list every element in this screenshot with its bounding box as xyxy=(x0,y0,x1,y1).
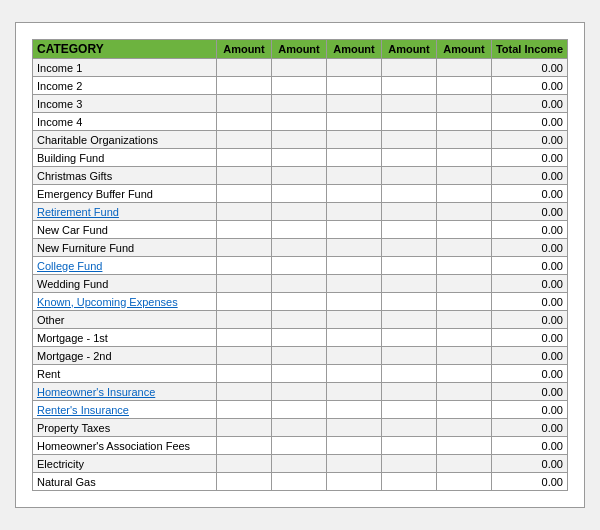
amount-cell-1[interactable] xyxy=(216,437,271,455)
amount-cell-5[interactable] xyxy=(436,401,491,419)
amount-cell-2[interactable] xyxy=(271,275,326,293)
amount-cell-1[interactable] xyxy=(216,473,271,491)
amount-cell-2[interactable] xyxy=(271,311,326,329)
amount-cell-2[interactable] xyxy=(271,167,326,185)
amount-cell-1[interactable] xyxy=(216,455,271,473)
amount-cell-4[interactable] xyxy=(381,419,436,437)
amount-cell-1[interactable] xyxy=(216,329,271,347)
amount-cell-3[interactable] xyxy=(326,95,381,113)
amount-cell-1[interactable] xyxy=(216,293,271,311)
amount-cell-1[interactable] xyxy=(216,149,271,167)
category-cell[interactable]: College Fund xyxy=(33,257,217,275)
amount-cell-4[interactable] xyxy=(381,311,436,329)
amount-cell-4[interactable] xyxy=(381,113,436,131)
amount-cell-3[interactable] xyxy=(326,203,381,221)
amount-cell-5[interactable] xyxy=(436,437,491,455)
amount-cell-1[interactable] xyxy=(216,95,271,113)
amount-cell-3[interactable] xyxy=(326,275,381,293)
amount-cell-3[interactable] xyxy=(326,383,381,401)
amount-cell-4[interactable] xyxy=(381,383,436,401)
amount-cell-5[interactable] xyxy=(436,113,491,131)
amount-cell-4[interactable] xyxy=(381,203,436,221)
amount-cell-1[interactable] xyxy=(216,311,271,329)
amount-cell-2[interactable] xyxy=(271,419,326,437)
amount-cell-5[interactable] xyxy=(436,311,491,329)
amount-cell-5[interactable] xyxy=(436,77,491,95)
amount-cell-3[interactable] xyxy=(326,167,381,185)
amount-cell-3[interactable] xyxy=(326,401,381,419)
amount-cell-1[interactable] xyxy=(216,239,271,257)
amount-cell-4[interactable] xyxy=(381,221,436,239)
amount-cell-4[interactable] xyxy=(381,239,436,257)
amount-cell-1[interactable] xyxy=(216,365,271,383)
category-cell[interactable]: Retirement Fund xyxy=(33,203,217,221)
amount-cell-2[interactable] xyxy=(271,239,326,257)
amount-cell-1[interactable] xyxy=(216,167,271,185)
amount-cell-4[interactable] xyxy=(381,455,436,473)
amount-cell-3[interactable] xyxy=(326,437,381,455)
category-link[interactable]: Renter's Insurance xyxy=(37,404,129,416)
amount-cell-2[interactable] xyxy=(271,131,326,149)
amount-cell-2[interactable] xyxy=(271,59,326,77)
amount-cell-3[interactable] xyxy=(326,59,381,77)
category-link[interactable]: Retirement Fund xyxy=(37,206,119,218)
amount-cell-2[interactable] xyxy=(271,257,326,275)
amount-cell-4[interactable] xyxy=(381,149,436,167)
category-link[interactable]: College Fund xyxy=(37,260,102,272)
amount-cell-1[interactable] xyxy=(216,401,271,419)
amount-cell-2[interactable] xyxy=(271,347,326,365)
amount-cell-3[interactable] xyxy=(326,257,381,275)
amount-cell-4[interactable] xyxy=(381,347,436,365)
amount-cell-3[interactable] xyxy=(326,77,381,95)
amount-cell-2[interactable] xyxy=(271,473,326,491)
amount-cell-1[interactable] xyxy=(216,113,271,131)
amount-cell-2[interactable] xyxy=(271,185,326,203)
amount-cell-4[interactable] xyxy=(381,59,436,77)
amount-cell-5[interactable] xyxy=(436,239,491,257)
amount-cell-1[interactable] xyxy=(216,275,271,293)
amount-cell-3[interactable] xyxy=(326,455,381,473)
amount-cell-1[interactable] xyxy=(216,347,271,365)
amount-cell-5[interactable] xyxy=(436,185,491,203)
amount-cell-5[interactable] xyxy=(436,221,491,239)
amount-cell-4[interactable] xyxy=(381,329,436,347)
amount-cell-4[interactable] xyxy=(381,257,436,275)
amount-cell-2[interactable] xyxy=(271,95,326,113)
amount-cell-2[interactable] xyxy=(271,329,326,347)
amount-cell-2[interactable] xyxy=(271,293,326,311)
amount-cell-2[interactable] xyxy=(271,455,326,473)
amount-cell-4[interactable] xyxy=(381,275,436,293)
amount-cell-5[interactable] xyxy=(436,149,491,167)
amount-cell-4[interactable] xyxy=(381,473,436,491)
amount-cell-5[interactable] xyxy=(436,383,491,401)
amount-cell-3[interactable] xyxy=(326,347,381,365)
amount-cell-5[interactable] xyxy=(436,203,491,221)
amount-cell-5[interactable] xyxy=(436,455,491,473)
amount-cell-1[interactable] xyxy=(216,257,271,275)
amount-cell-1[interactable] xyxy=(216,185,271,203)
amount-cell-2[interactable] xyxy=(271,221,326,239)
amount-cell-5[interactable] xyxy=(436,167,491,185)
category-link[interactable]: Known, Upcoming Expenses xyxy=(37,296,178,308)
amount-cell-2[interactable] xyxy=(271,383,326,401)
amount-cell-5[interactable] xyxy=(436,59,491,77)
amount-cell-3[interactable] xyxy=(326,131,381,149)
amount-cell-3[interactable] xyxy=(326,185,381,203)
amount-cell-1[interactable] xyxy=(216,77,271,95)
amount-cell-4[interactable] xyxy=(381,131,436,149)
amount-cell-3[interactable] xyxy=(326,221,381,239)
amount-cell-5[interactable] xyxy=(436,347,491,365)
amount-cell-4[interactable] xyxy=(381,77,436,95)
amount-cell-2[interactable] xyxy=(271,113,326,131)
amount-cell-3[interactable] xyxy=(326,473,381,491)
amount-cell-5[interactable] xyxy=(436,365,491,383)
amount-cell-3[interactable] xyxy=(326,365,381,383)
amount-cell-1[interactable] xyxy=(216,203,271,221)
amount-cell-5[interactable] xyxy=(436,419,491,437)
category-cell[interactable]: Renter's Insurance xyxy=(33,401,217,419)
amount-cell-5[interactable] xyxy=(436,95,491,113)
amount-cell-5[interactable] xyxy=(436,293,491,311)
amount-cell-2[interactable] xyxy=(271,365,326,383)
amount-cell-3[interactable] xyxy=(326,149,381,167)
amount-cell-1[interactable] xyxy=(216,419,271,437)
